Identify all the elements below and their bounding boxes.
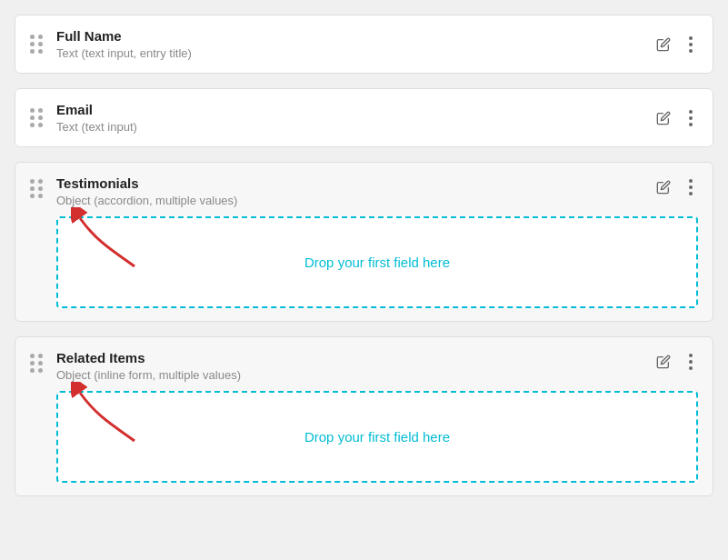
drag-handle-related-items[interactable] (30, 354, 44, 373)
object-title-related-items: Related Items (56, 350, 640, 365)
field-full-name: Full Name Text (text input, entry title) (15, 15, 713, 74)
object-content-related-items: Related Items Object (inline form, multi… (56, 350, 698, 483)
drag-handle-testimonials[interactable] (30, 179, 44, 198)
edit-button-testimonials[interactable] (651, 176, 676, 198)
field-email: Email Text (text input) (15, 88, 713, 147)
field-info-email: Email Text (text input) (56, 102, 651, 134)
edit-icon-testimonials (656, 180, 671, 195)
object-subtitle-testimonials: Object (accordion, multiple values) (56, 194, 640, 207)
drop-placeholder-testimonials: Drop your first field here (304, 255, 450, 270)
object-subtitle-related-items: Object (inline form, multiple values) (56, 368, 640, 382)
object-actions-related-items (651, 350, 698, 374)
drop-zone-container-related-items: Drop your first field here (56, 391, 698, 483)
edit-button-email[interactable] (651, 107, 676, 129)
edit-icon-full-name (656, 37, 671, 52)
field-actions-email (651, 106, 698, 130)
object-actions-testimonials (651, 175, 698, 199)
edit-icon-email (656, 111, 671, 125)
field-info-full-name: Full Name Text (text input, entry title) (56, 28, 651, 60)
more-button-email[interactable] (683, 106, 698, 130)
arrow-related-items (71, 382, 144, 445)
more-button-testimonials[interactable] (683, 175, 698, 199)
drop-placeholder-related-items: Drop your first field here (304, 429, 450, 445)
more-button-full-name[interactable] (683, 33, 698, 56)
drop-zone-related-items[interactable]: Drop your first field here (56, 391, 698, 483)
drop-zone-testimonials[interactable]: Drop your first field here (56, 216, 698, 308)
object-related-items: Related Items Object (inline form, multi… (15, 336, 713, 496)
field-title-email: Email (56, 102, 651, 117)
field-title-full-name: Full Name (56, 28, 651, 44)
object-content-testimonials: Testimonials Object (accordion, multiple… (56, 175, 698, 308)
drag-handle-email[interactable] (30, 108, 44, 127)
object-title-testimonials: Testimonials (56, 175, 640, 191)
edit-button-full-name[interactable] (651, 34, 676, 55)
field-subtitle-email: Text (text input) (56, 120, 651, 134)
arrow-testimonials (71, 207, 144, 271)
edit-icon-related-items (656, 355, 671, 369)
field-actions-full-name (651, 33, 698, 56)
more-button-related-items[interactable] (683, 350, 698, 374)
edit-button-related-items[interactable] (651, 351, 676, 373)
drop-zone-container-testimonials: Drop your first field here (56, 216, 698, 308)
drag-handle-full-name[interactable] (30, 35, 44, 54)
field-subtitle-full-name: Text (text input, entry title) (56, 46, 651, 60)
object-testimonials: Testimonials Object (accordion, multiple… (15, 162, 713, 322)
